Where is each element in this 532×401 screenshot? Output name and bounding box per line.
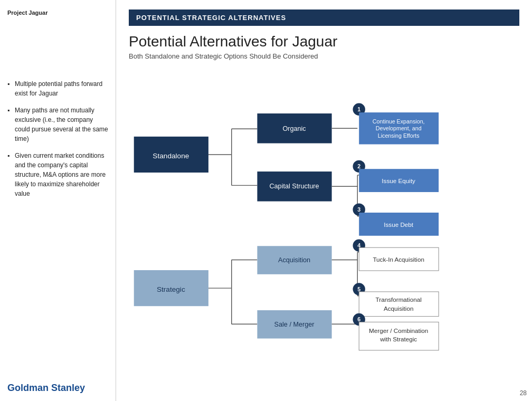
bullet-item-1: Multiple potential paths forward exist f… [7,79,108,98]
svg-text:Merger / Combination: Merger / Combination [369,327,428,334]
diagram-area: Standalone Organic 1 Continue Expansion,… [129,70,519,394]
svg-text:with Strategic: with Strategic [379,336,417,342]
svg-text:Acquisition: Acquisition [278,256,310,264]
svg-rect-49 [359,292,439,317]
page-number: 28 [520,389,527,397]
svg-text:5: 5 [357,286,360,292]
main-content: POTENTIAL STRATEGIC ALTERNATIVES Potenti… [116,0,532,401]
svg-text:2: 2 [357,163,360,169]
svg-text:Continue Expansion,: Continue Expansion, [373,118,425,125]
sidebar: Project Jaguar Multiple potential paths … [0,0,116,401]
svg-text:Tuck-In Acquisition: Tuck-In Acquisition [373,256,424,263]
svg-text:Sale / Merger: Sale / Merger [274,321,315,328]
svg-text:3: 3 [357,206,360,213]
page-subtitle: Both Standalone and Strategic Options Sh… [129,52,519,60]
sidebar-footer: Goldman Stanley [7,383,108,394]
diagram-svg: Standalone Organic 1 Continue Expansion,… [129,70,519,394]
bullet-list: Multiple potential paths forward exist f… [7,79,108,198]
svg-text:Capital Structure: Capital Structure [269,183,319,190]
svg-text:Issue Equity: Issue Equity [382,177,415,184]
project-title: Project Jaguar [7,9,108,16]
svg-text:6: 6 [357,316,360,322]
svg-text:Transformational: Transformational [376,296,422,303]
svg-text:Licensing Efforts: Licensing Efforts [378,132,420,139]
svg-text:Acquisition: Acquisition [384,305,413,312]
svg-text:Issue Debt: Issue Debt [384,221,414,228]
bullet-item-3: Given current market conditions and the … [7,151,108,198]
svg-text:Development, and: Development, and [376,125,422,131]
bullet-item-2: Many paths are not mutually exclusive (i… [7,106,108,144]
svg-text:Strategic: Strategic [157,285,185,293]
svg-text:1: 1 [357,106,360,112]
page-title: Potential Alternatives for Jaguar [129,33,519,50]
svg-text:Standalone: Standalone [153,152,189,160]
svg-text:Organic: Organic [282,125,306,132]
header-bar: POTENTIAL STRATEGIC ALTERNATIVES [129,9,519,26]
